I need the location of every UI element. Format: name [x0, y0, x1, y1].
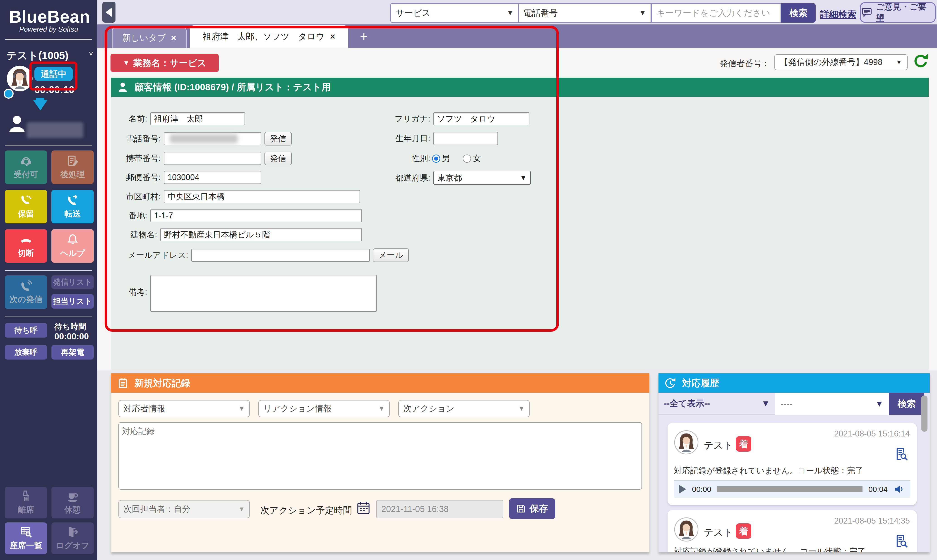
app-tagline: Powered by Softsu [9, 25, 88, 34]
chevron-down-icon: ▼ [518, 405, 525, 412]
search-button[interactable]: 検索 [781, 3, 816, 23]
away-button[interactable]: 離席 [5, 487, 47, 518]
arrow-down-icon [33, 100, 48, 111]
phone-hangup-icon [20, 233, 32, 246]
customer-person-icon [7, 113, 27, 135]
divider [5, 317, 93, 317]
waiting-call-button[interactable]: 待ち呼 [5, 323, 47, 338]
transfer-label: 転送 [65, 208, 81, 220]
redial-button[interactable]: 再架電 [51, 345, 94, 360]
coffee-cup-icon [66, 490, 79, 503]
logoff-door-icon [66, 526, 79, 538]
player-total-time: 00:04 [868, 485, 888, 494]
chevron-down-icon: ▼ [896, 58, 902, 66]
scheduled-time-value: 2021-11-05 16:38 [381, 504, 449, 514]
save-label: 保存 [529, 503, 548, 515]
inbound-badge: 着 [736, 436, 751, 452]
inbound-badge: 着 [736, 523, 751, 539]
abandoned-call-label: 放棄呼 [14, 347, 38, 357]
phone-filter-select[interactable]: 電話番号 ▼ [519, 3, 651, 23]
history-title: 対応履歴 [682, 377, 719, 389]
new-record-panel: 新規対応記録 対応者情報 ▼ リアクション情報 ▼ 次アクション ▼ 次回担当者… [111, 373, 650, 552]
feedback-button[interactable]: ご意見・ご要望 [860, 2, 935, 23]
wait-time-value: 00:00:00 [54, 332, 89, 342]
assigned-list-button[interactable]: 担当リスト [51, 294, 94, 309]
record-detail-icon[interactable] [894, 447, 908, 461]
phone-outbound-icon [20, 280, 32, 292]
service-filter-select[interactable]: サービス ▼ [391, 3, 519, 23]
volume-icon[interactable] [894, 483, 905, 495]
history-agent-name: テスト [704, 439, 733, 452]
divider [5, 145, 93, 146]
history-header: 対応履歴 [659, 373, 930, 393]
responder-select[interactable]: 対応者情報 ▼ [119, 400, 250, 417]
abandoned-call-button[interactable]: 放棄呼 [5, 345, 47, 360]
chair-icon [20, 490, 32, 503]
transfer-button[interactable]: 転送 [51, 190, 94, 223]
new-record-header: 新規対応記録 [111, 373, 650, 393]
seat-list-button[interactable]: 座席一覧 [5, 522, 47, 554]
history-note-text: 対応記録が登録されていません。 コール状態：完了 [674, 546, 866, 552]
hold-label: 保留 [18, 208, 34, 220]
logoff-button[interactable]: ログオフ [51, 522, 94, 554]
next-action-select[interactable]: 次アクション ▼ [398, 400, 529, 417]
record-note-textarea[interactable] [119, 422, 642, 490]
history-search-button[interactable]: 検索 [889, 393, 924, 415]
history-filter-select[interactable]: --全て表示-- ▼ [659, 393, 775, 415]
player-current-time: 00:00 [692, 485, 711, 494]
next-call-button[interactable]: 次の発信 [5, 275, 47, 309]
keyword-search-box [651, 3, 781, 23]
history-timestamp: 2021-08-05 15:16:14 [834, 429, 910, 438]
calendar-icon[interactable] [356, 500, 371, 515]
annotation-box-form [105, 26, 559, 332]
history-filter-value: --全て表示-- [664, 398, 710, 409]
hangup-button[interactable]: 切断 [5, 229, 47, 263]
history-filter2-select[interactable]: ---- ▼ [775, 393, 889, 415]
next-person-select[interactable]: 次回担当者：自分 ▼ [119, 500, 250, 518]
sidebar-collapse-button[interactable] [102, 2, 116, 23]
notepad-icon [117, 377, 129, 389]
new-record-title: 新規対応記録 [134, 377, 190, 389]
scrollbar-thumb[interactable] [921, 395, 928, 432]
status-dot [4, 89, 14, 98]
help-button[interactable]: ヘルプ [51, 229, 94, 263]
next-person-value: 次回担当者：自分 [123, 503, 190, 515]
wait-time-label: 待ち時間 [54, 321, 86, 332]
outbound-list-button[interactable]: 発信リスト [51, 275, 94, 289]
caller-id-select[interactable]: 【発信側の外線番号】4998 ▼ [775, 54, 908, 70]
phone-filter-value: 電話番号 [523, 7, 558, 19]
history-agent-name: テスト [704, 526, 733, 539]
feedback-label: ご意見・ご要望 [876, 1, 935, 24]
responder-select-value: 対応者情報 [123, 403, 165, 414]
refresh-icon[interactable] [912, 52, 929, 69]
next-action-select-value: 次アクション [403, 403, 454, 414]
save-button[interactable]: 保存 [509, 498, 555, 519]
record-detail-icon[interactable] [894, 534, 908, 548]
chevron-down-icon: ▼ [507, 9, 514, 17]
scheduled-time-input[interactable]: 2021-11-05 16:38 [376, 500, 503, 518]
floppy-disk-icon [516, 504, 526, 514]
history-card: テスト 着 2021-08-05 15:16:14 対応記録が登録されていません… [668, 423, 917, 505]
break-button[interactable]: 休憩 [51, 487, 94, 518]
bell-icon [66, 233, 79, 246]
play-icon[interactable] [679, 485, 686, 494]
reaction-select[interactable]: リアクション情報 ▼ [258, 400, 390, 417]
history-timestamp: 2021-08-05 15:14:35 [834, 516, 910, 526]
away-label: 離席 [18, 504, 34, 515]
wrapup-button[interactable]: 後処理 [51, 151, 94, 184]
next-call-label: 次の発信 [9, 294, 42, 305]
waiting-call-label: 待ち呼 [14, 325, 38, 335]
player-progress-bar[interactable] [717, 486, 863, 492]
break-label: 休憩 [65, 504, 81, 515]
history-filter2-value: ---- [781, 399, 792, 409]
seat-list-icon [20, 526, 32, 538]
avatar-woman-headset-icon [6, 65, 33, 92]
chevron-down-icon: ▼ [875, 399, 884, 409]
audio-player: 00:00 00:04 [674, 480, 910, 498]
keyword-search-input[interactable] [656, 8, 776, 18]
hold-button[interactable]: 保留 [5, 190, 47, 223]
chevron-down-icon[interactable]: ˅ [89, 49, 93, 58]
advanced-search-link[interactable]: 詳細検索 [820, 8, 857, 21]
agent-name: テスト(1005) [6, 49, 68, 63]
accept-button[interactable]: 受付可 [5, 151, 47, 184]
